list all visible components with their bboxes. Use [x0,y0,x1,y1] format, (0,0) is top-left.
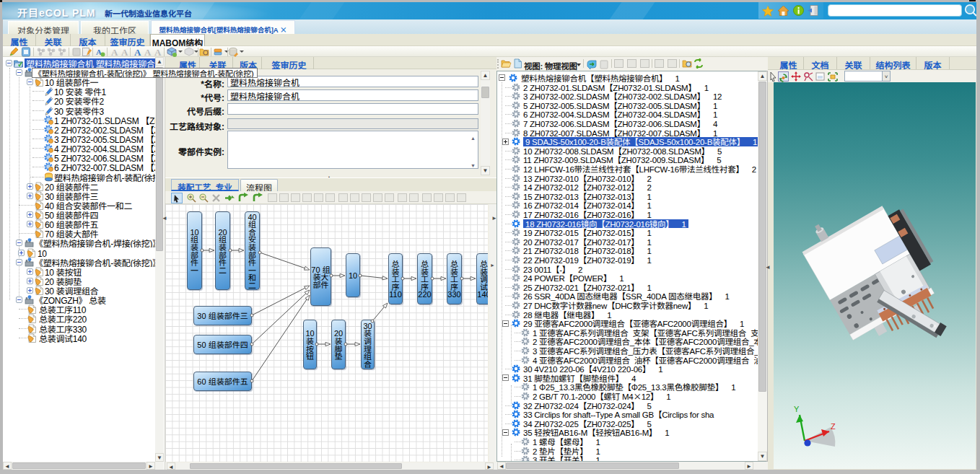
svg-text:A: A [144,47,152,57]
svg-text:Z: Z [831,422,836,431]
svg-text:Y: Y [794,405,800,413]
svg-text:A: A [111,47,118,57]
svg-text:A: A [121,47,128,57]
svg-text:A: A [154,47,162,57]
svg-text:A: A [134,47,141,57]
